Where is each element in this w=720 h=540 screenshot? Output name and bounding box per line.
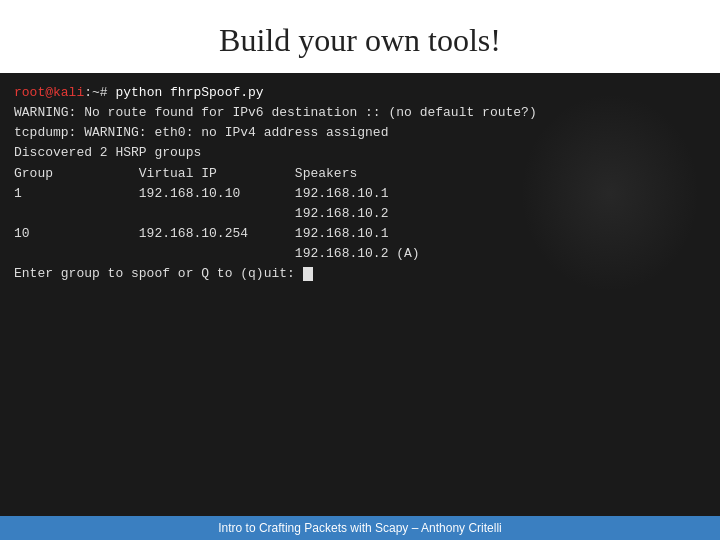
prompt-path: :~# — [84, 85, 107, 100]
terminal-line: 192.168.10.2 (A) — [14, 244, 706, 264]
terminal-line: Discovered 2 HSRP groups — [14, 143, 706, 163]
terminal-line: WARNING: No route found for IPv6 destina… — [14, 103, 706, 123]
terminal-line: root@kali:~# python fhrpSpoof.py — [14, 83, 706, 103]
title-area: Build your own tools! — [0, 0, 720, 73]
slide-footer: Intro to Crafting Packets with Scapy – A… — [0, 516, 720, 540]
terminal-line: 192.168.10.2 — [14, 204, 706, 224]
terminal-cursor — [303, 267, 313, 281]
slide-container: Build your own tools! root@kali:~# pytho… — [0, 0, 720, 540]
command-text: python fhrpSpoof.py — [108, 85, 264, 100]
prompt-user: root@kali — [14, 85, 84, 100]
terminal-content: root@kali:~# python fhrpSpoof.pyWARNING:… — [14, 83, 706, 284]
input-prompt-text: Enter group to spoof or Q to (q)uit: — [14, 266, 303, 281]
terminal-line: 1 192.168.10.10 192.168.10.1 — [14, 184, 706, 204]
terminal-line: Group Virtual IP Speakers — [14, 164, 706, 184]
footer-text: Intro to Crafting Packets with Scapy – A… — [218, 521, 501, 535]
terminal-line: tcpdump: WARNING: eth0: no IPv4 address … — [14, 123, 706, 143]
slide-title: Build your own tools! — [219, 22, 501, 58]
terminal-line: 10 192.168.10.254 192.168.10.1 — [14, 224, 706, 244]
terminal-line: Enter group to spoof or Q to (q)uit: — [14, 264, 706, 284]
terminal-area: root@kali:~# python fhrpSpoof.pyWARNING:… — [0, 73, 720, 516]
